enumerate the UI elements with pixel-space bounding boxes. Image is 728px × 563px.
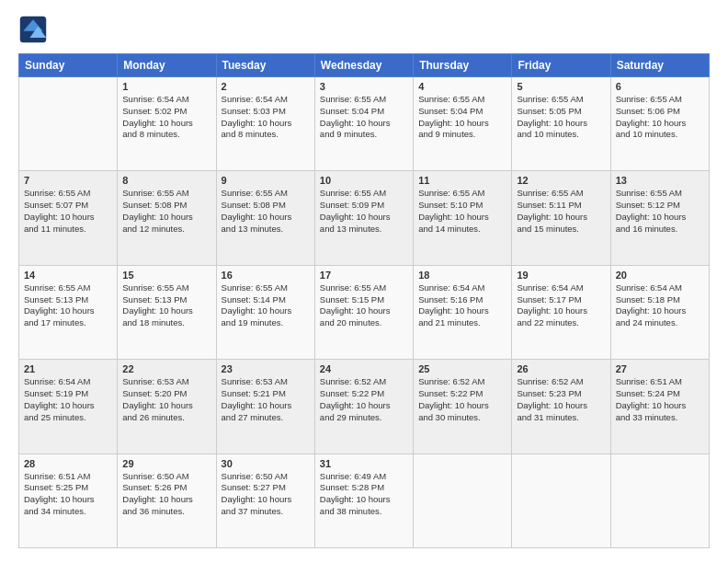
- day-number: 4: [418, 81, 506, 92]
- cell-info: Sunrise: 6:50 AM Sunset: 5:26 PM Dayligh…: [122, 471, 210, 518]
- cell-info: Sunrise: 6:55 AM Sunset: 5:06 PM Dayligh…: [616, 94, 704, 141]
- cell-info: Sunrise: 6:53 AM Sunset: 5:20 PM Dayligh…: [122, 376, 210, 423]
- calendar-cell: 20Sunrise: 6:54 AM Sunset: 5:18 PM Dayli…: [610, 265, 709, 359]
- day-number: 1: [122, 81, 210, 92]
- day-number: 16: [222, 270, 310, 281]
- cell-info: Sunrise: 6:55 AM Sunset: 5:12 PM Dayligh…: [616, 188, 704, 235]
- calendar-table: SundayMondayTuesdayWednesdayThursdayFrid…: [18, 53, 710, 548]
- calendar-cell: 2Sunrise: 6:54 AM Sunset: 5:03 PM Daylig…: [216, 77, 314, 171]
- header: [18, 15, 710, 44]
- day-number: 5: [517, 81, 605, 92]
- day-number: 10: [320, 175, 408, 186]
- calendar-cell: 19Sunrise: 6:54 AM Sunset: 5:17 PM Dayli…: [512, 265, 610, 359]
- calendar-cell: 8Sunrise: 6:55 AM Sunset: 5:08 PM Daylig…: [118, 171, 216, 265]
- day-number: 29: [122, 458, 210, 469]
- cell-info: Sunrise: 6:54 AM Sunset: 5:19 PM Dayligh…: [24, 376, 112, 423]
- cell-info: Sunrise: 6:54 AM Sunset: 5:03 PM Dayligh…: [222, 94, 310, 141]
- calendar-cell: 7Sunrise: 6:55 AM Sunset: 5:07 PM Daylig…: [19, 171, 118, 265]
- cell-info: Sunrise: 6:54 AM Sunset: 5:17 PM Dayligh…: [517, 282, 605, 329]
- cell-info: Sunrise: 6:53 AM Sunset: 5:21 PM Dayligh…: [222, 376, 310, 423]
- calendar-cell: 31Sunrise: 6:49 AM Sunset: 5:28 PM Dayli…: [314, 454, 413, 547]
- calendar-week-row: 1Sunrise: 6:54 AM Sunset: 5:02 PM Daylig…: [19, 77, 710, 171]
- calendar-cell: 9Sunrise: 6:55 AM Sunset: 5:08 PM Daylig…: [216, 171, 314, 265]
- cell-info: Sunrise: 6:52 AM Sunset: 5:22 PM Dayligh…: [320, 376, 408, 423]
- cell-info: Sunrise: 6:55 AM Sunset: 5:05 PM Dayligh…: [517, 94, 605, 141]
- day-number: 25: [418, 363, 506, 374]
- day-number: 2: [222, 81, 310, 92]
- day-number: 21: [24, 363, 112, 374]
- day-number: 28: [24, 458, 112, 469]
- weekday-header-saturday: Saturday: [610, 54, 709, 77]
- cell-info: Sunrise: 6:55 AM Sunset: 5:10 PM Dayligh…: [418, 188, 506, 235]
- cell-info: Sunrise: 6:54 AM Sunset: 5:16 PM Dayligh…: [418, 282, 506, 329]
- calendar-week-row: 21Sunrise: 6:54 AM Sunset: 5:19 PM Dayli…: [19, 360, 710, 454]
- calendar-week-row: 7Sunrise: 6:55 AM Sunset: 5:07 PM Daylig…: [19, 171, 710, 265]
- calendar-cell: [19, 77, 118, 171]
- cell-info: Sunrise: 6:54 AM Sunset: 5:02 PM Dayligh…: [122, 94, 210, 141]
- calendar-cell: 4Sunrise: 6:55 AM Sunset: 5:04 PM Daylig…: [414, 77, 512, 171]
- cell-info: Sunrise: 6:55 AM Sunset: 5:14 PM Dayligh…: [222, 282, 310, 329]
- weekday-header-monday: Monday: [118, 54, 216, 77]
- calendar-cell: 24Sunrise: 6:52 AM Sunset: 5:22 PM Dayli…: [314, 360, 413, 454]
- day-number: 26: [517, 363, 605, 374]
- logo: [18, 15, 51, 44]
- cell-info: Sunrise: 6:55 AM Sunset: 5:08 PM Dayligh…: [122, 188, 210, 235]
- calendar-cell: 23Sunrise: 6:53 AM Sunset: 5:21 PM Dayli…: [216, 360, 314, 454]
- cell-info: Sunrise: 6:55 AM Sunset: 5:09 PM Dayligh…: [320, 188, 408, 235]
- cell-info: Sunrise: 6:55 AM Sunset: 5:08 PM Dayligh…: [222, 188, 310, 235]
- day-number: 11: [418, 175, 506, 186]
- calendar-cell: 17Sunrise: 6:55 AM Sunset: 5:15 PM Dayli…: [314, 265, 413, 359]
- cell-info: Sunrise: 6:52 AM Sunset: 5:23 PM Dayligh…: [517, 376, 605, 423]
- cell-info: Sunrise: 6:55 AM Sunset: 5:15 PM Dayligh…: [320, 282, 408, 329]
- day-number: 9: [222, 175, 310, 186]
- day-number: 15: [122, 270, 210, 281]
- calendar-cell: 26Sunrise: 6:52 AM Sunset: 5:23 PM Dayli…: [512, 360, 610, 454]
- day-number: 14: [24, 270, 112, 281]
- day-number: 17: [320, 270, 408, 281]
- cell-info: Sunrise: 6:55 AM Sunset: 5:13 PM Dayligh…: [24, 282, 112, 329]
- cell-info: Sunrise: 6:51 AM Sunset: 5:24 PM Dayligh…: [616, 376, 704, 423]
- day-number: 22: [122, 363, 210, 374]
- cell-info: Sunrise: 6:49 AM Sunset: 5:28 PM Dayligh…: [320, 471, 408, 518]
- cell-info: Sunrise: 6:55 AM Sunset: 5:11 PM Dayligh…: [517, 188, 605, 235]
- day-number: 20: [616, 270, 704, 281]
- day-number: 24: [320, 363, 408, 374]
- day-number: 7: [24, 175, 112, 186]
- cell-info: Sunrise: 6:55 AM Sunset: 5:04 PM Dayligh…: [320, 94, 408, 141]
- day-number: 3: [320, 81, 408, 92]
- weekday-header-thursday: Thursday: [414, 54, 512, 77]
- page: SundayMondayTuesdayWednesdayThursdayFrid…: [0, 0, 728, 563]
- cell-info: Sunrise: 6:50 AM Sunset: 5:27 PM Dayligh…: [222, 471, 310, 518]
- calendar-cell: [414, 454, 512, 547]
- weekday-header-friday: Friday: [512, 54, 610, 77]
- calendar-cell: 18Sunrise: 6:54 AM Sunset: 5:16 PM Dayli…: [414, 265, 512, 359]
- calendar-week-row: 14Sunrise: 6:55 AM Sunset: 5:13 PM Dayli…: [19, 265, 710, 359]
- calendar-cell: 10Sunrise: 6:55 AM Sunset: 5:09 PM Dayli…: [314, 171, 413, 265]
- day-number: 13: [616, 175, 704, 186]
- calendar-cell: [610, 454, 709, 547]
- weekday-header-row: SundayMondayTuesdayWednesdayThursdayFrid…: [19, 54, 710, 77]
- day-number: 12: [517, 175, 605, 186]
- weekday-header-wednesday: Wednesday: [314, 54, 413, 77]
- cell-info: Sunrise: 6:54 AM Sunset: 5:18 PM Dayligh…: [616, 282, 704, 329]
- day-number: 6: [616, 81, 704, 92]
- calendar-cell: 28Sunrise: 6:51 AM Sunset: 5:25 PM Dayli…: [19, 454, 118, 547]
- day-number: 19: [517, 270, 605, 281]
- day-number: 23: [222, 363, 310, 374]
- weekday-header-sunday: Sunday: [19, 54, 118, 77]
- calendar-cell: 13Sunrise: 6:55 AM Sunset: 5:12 PM Dayli…: [610, 171, 709, 265]
- cell-info: Sunrise: 6:52 AM Sunset: 5:22 PM Dayligh…: [418, 376, 506, 423]
- cell-info: Sunrise: 6:55 AM Sunset: 5:13 PM Dayligh…: [122, 282, 210, 329]
- calendar-cell: 12Sunrise: 6:55 AM Sunset: 5:11 PM Dayli…: [512, 171, 610, 265]
- day-number: 31: [320, 458, 408, 469]
- calendar-cell: 29Sunrise: 6:50 AM Sunset: 5:26 PM Dayli…: [118, 454, 216, 547]
- calendar-cell: 30Sunrise: 6:50 AM Sunset: 5:27 PM Dayli…: [216, 454, 314, 547]
- calendar-cell: 21Sunrise: 6:54 AM Sunset: 5:19 PM Dayli…: [19, 360, 118, 454]
- calendar-cell: 25Sunrise: 6:52 AM Sunset: 5:22 PM Dayli…: [414, 360, 512, 454]
- cell-info: Sunrise: 6:51 AM Sunset: 5:25 PM Dayligh…: [24, 471, 112, 518]
- calendar-cell: 6Sunrise: 6:55 AM Sunset: 5:06 PM Daylig…: [610, 77, 709, 171]
- calendar-cell: 11Sunrise: 6:55 AM Sunset: 5:10 PM Dayli…: [414, 171, 512, 265]
- day-number: 18: [418, 270, 506, 281]
- calendar-cell: [512, 454, 610, 547]
- calendar-cell: 16Sunrise: 6:55 AM Sunset: 5:14 PM Dayli…: [216, 265, 314, 359]
